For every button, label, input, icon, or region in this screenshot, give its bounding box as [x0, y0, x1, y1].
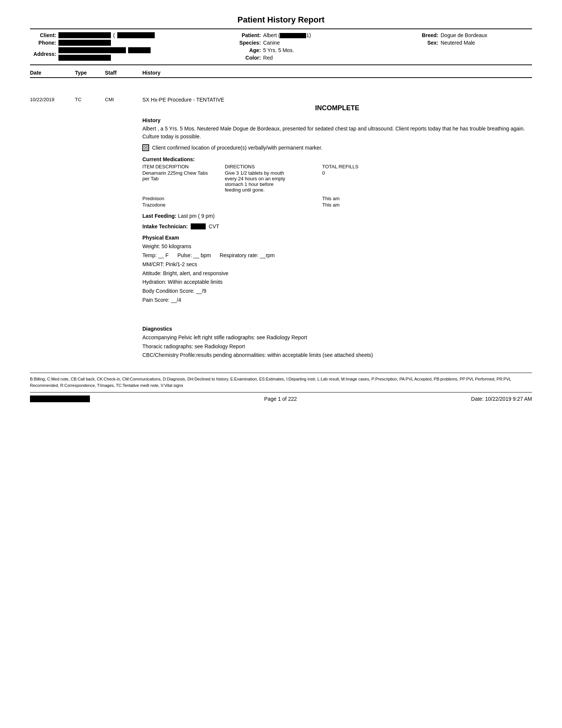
footer-redacted-bar [30, 395, 90, 402]
med-dir-1: Give 3 1/2 tablets by mouth every 24 hou… [225, 170, 322, 193]
diagnostics-section: Accompanying Pelvic left right stifle ra… [142, 333, 532, 360]
record-staff: CMI [105, 97, 135, 365]
phone-row: Phone: [30, 40, 155, 46]
intake-tech-suffix: CVT [209, 223, 219, 229]
client-row: Client: ( [30, 32, 155, 38]
med-row-3: Trazodone This am [142, 202, 532, 208]
physical-exam-label: Physical Exam [142, 235, 532, 241]
checkbox-line: ☒ Client confirmed location of procedure… [142, 144, 532, 151]
header-bottom-divider [30, 64, 532, 65]
spacer2 [142, 310, 532, 321]
respiratory-label: Respiratory rate: __rpm [220, 252, 275, 258]
species-value: Canine [263, 40, 280, 46]
med-dir-3 [225, 202, 322, 208]
med-row-1: Denamarin 225mg Chew Tabs per Tab Give 3… [142, 170, 532, 193]
med-refills-3: This am [322, 202, 382, 208]
col-header-type: Type [75, 70, 97, 76]
diag3: CBC/Chemistry Profile:results pending ab… [142, 351, 532, 360]
hydration-line: Hydration: Within acceptable limits [142, 278, 532, 287]
intake-tech-label: Intake Technician: [142, 223, 188, 229]
address-redacted2 [128, 47, 151, 53]
med-col-item-header: ITEM DESCRIPTION [142, 164, 225, 169]
header-right: Breed: Dogue de Bordeaux Sex: Neutered M… [420, 32, 532, 61]
age-label: Age: [235, 47, 261, 53]
procedure-title: SX Hx-PE Procedure - TENTATIVE [142, 97, 532, 103]
header-middle: Patient: Albert (1) Species: Canine Age:… [235, 32, 339, 61]
sex-label: Sex: [420, 40, 438, 46]
page-number: Page 1 of 222 [264, 396, 297, 402]
checkbox-icon: ☒ [142, 144, 149, 151]
record-content: SX Hx-PE Procedure - TENTATIVE INCOMPLET… [142, 97, 532, 365]
record-date: 10/22/2019 [30, 97, 67, 365]
breed-label: Breed: [420, 32, 438, 38]
col-header-history: History [142, 70, 532, 76]
med-row-2: Prednison This am [142, 196, 532, 201]
address-row: Address: [30, 47, 155, 61]
col-header-date: Date [30, 70, 67, 76]
record-section: 10/22/2019 TC CMI SX Hx-PE Procedure - T… [30, 97, 532, 365]
record-header-row: 10/22/2019 TC CMI SX Hx-PE Procedure - T… [30, 97, 532, 365]
age-row: Age: 5 Yrs. 5 Mos. [235, 47, 339, 53]
footer-divider [30, 373, 532, 373]
intake-tech-redacted [191, 223, 206, 229]
vitals-line: Temp: __ F Pulse: __ bpm Respiratory rat… [142, 251, 532, 260]
footer-date: Date: 10/22/2019 9:27 AM [471, 396, 532, 402]
history-label: History [142, 117, 532, 123]
med-col-dir-header: DIRECTIONS [225, 164, 322, 169]
weight-line: Weight: 50 kilograms [142, 242, 532, 251]
med-item-2: Prednison [142, 196, 225, 201]
address-label: Address: [30, 51, 56, 57]
mmcrt-line: MM/CRT: Pink/1-2 secs [142, 260, 532, 269]
spacer1 [30, 85, 532, 97]
address-redacted1 [58, 47, 126, 53]
age-value: 5 Yrs. 5 Mos. [263, 47, 294, 53]
color-label: Color: [235, 55, 261, 61]
diagnostics-label: Diagnostics [142, 326, 532, 332]
sex-row: Sex: Neutered Male [420, 40, 532, 46]
medications-table: ITEM DESCRIPTION DIRECTIONS TOTAL REFILL… [142, 164, 532, 208]
diag2: Thoracic radiographs: see Radiology Repo… [142, 342, 532, 351]
client-redacted2 [117, 32, 155, 38]
species-row: Species: Canine [235, 40, 339, 46]
page-container: Patient History Report Client: ( Phone: … [30, 15, 532, 402]
body-condition-line: Body Condition Score: __/9 [142, 287, 532, 296]
pulse-label: Pulse: __ bpm [177, 252, 211, 258]
header-left: Client: ( Phone: Address: [30, 32, 155, 61]
patient-name: Albert (1) [263, 32, 311, 38]
med-refills-1: 0 [322, 170, 382, 193]
client-label: Client: [30, 32, 56, 38]
diag1: Accompanying Pelvic left right stifle ra… [142, 333, 532, 342]
temp-label: Temp: __ F [142, 252, 169, 258]
med-refills-2: This am [322, 196, 382, 201]
intake-tech-row: Intake Technician: CVT [142, 223, 532, 229]
client-paren-open: ( [113, 32, 115, 38]
report-title: Patient History Report [30, 15, 532, 25]
last-feeding-value: Last pm ( 9 pm) [178, 213, 215, 219]
patient-label: Patient: [235, 32, 261, 38]
address-redacted3 [58, 55, 111, 61]
sex-value: Neutered Male [441, 40, 475, 46]
med-item-1: Denamarin 225mg Chew Tabs per Tab [142, 170, 225, 193]
med-col-refills-header: TOTAL REFILLS [322, 164, 382, 169]
last-feeding-row: Last Feeding: Last pm ( 9 pm) [142, 213, 532, 219]
last-feeding-label: Last Feeding: [142, 213, 176, 219]
header-section: Client: ( Phone: Address: [30, 32, 532, 61]
footer-bottom-divider [30, 392, 532, 392]
breed-value: Dogue de Bordeaux [441, 32, 487, 38]
color-row: Color: Red [235, 55, 339, 61]
medications-label: Current Medications: [142, 156, 532, 162]
species-label: Species: [235, 40, 261, 46]
client-redacted [58, 32, 111, 38]
med-dir-2 [225, 196, 322, 201]
footer-page-info: Page 1 of 222 Date: 10/22/2019 9:27 AM [30, 395, 532, 402]
breed-row: Breed: Dogue de Bordeaux [420, 32, 532, 38]
pain-score-line: Pain Score: __/4 [142, 296, 532, 305]
physical-exam-section: Weight: 50 kilograms Temp: __ F Pulse: _… [142, 242, 532, 305]
phone-label: Phone: [30, 40, 56, 46]
history-text: Albert , a 5 Yrs. 5 Mos. Neutered Male D… [142, 125, 532, 141]
patient-row: Patient: Albert (1) [235, 32, 339, 38]
incomplete-status: INCOMPLETE [142, 104, 532, 112]
color-value: Red [263, 55, 273, 61]
column-headers: Date Type Staff History [30, 68, 532, 78]
med-header-row: ITEM DESCRIPTION DIRECTIONS TOTAL REFILL… [142, 164, 532, 169]
